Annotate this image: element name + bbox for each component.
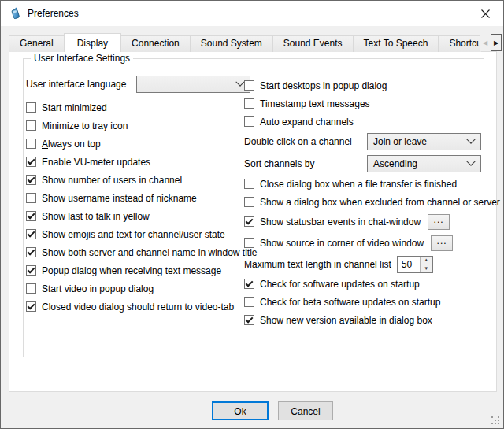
chevron-down-icon — [466, 157, 475, 166]
unchecked-checkbox[interactable] — [244, 80, 254, 91]
max-text-length-value: 50 — [398, 257, 420, 272]
checkbox-label: Enable VU-meter updates — [42, 157, 150, 168]
double-click-combobox[interactable]: Join or leave — [367, 133, 481, 150]
checkbox-row-auto-expand-channels: Auto expand channels — [244, 113, 491, 131]
checkbox-row-timestamp-text-messages: Timestamp text messages — [244, 94, 491, 113]
checked-checkbox[interactable] — [26, 229, 36, 239]
checked-checkbox[interactable] — [244, 216, 254, 227]
language-row: User interface language — [26, 75, 240, 98]
checkbox-label: Show emojis and text for channel/user st… — [42, 229, 225, 240]
checkbox-row-show-new-version-available-in-dialog-box: Show new version available in dialog box — [244, 311, 491, 329]
right-checkbox-list-top: Start desktops in popup dialogTimestamp … — [244, 76, 491, 131]
checkbox-row-show-both-server-and-channel-name-in-window-title: Show both server and channel name in win… — [26, 243, 240, 261]
unchecked-checkbox[interactable] — [26, 283, 36, 294]
checkbox-label: Start desktops in popup dialog — [260, 80, 387, 91]
sort-channels-label: Sort channels by — [244, 158, 367, 169]
checkbox-row-start-minimized: Start minimized — [26, 98, 240, 116]
tab-bar: GeneralDisplayConnectionSound SystemSoun… — [9, 33, 481, 52]
checked-checkbox[interactable] — [244, 315, 254, 325]
chevron-down-icon — [466, 135, 475, 144]
ok-button[interactable]: Ok — [212, 401, 269, 420]
right-checkbox-list-mid: Close dialog box when a file transfer is… — [244, 175, 491, 253]
checked-checkbox[interactable] — [26, 301, 36, 312]
right-column: Start desktops in popup dialogTimestamp … — [244, 76, 491, 329]
unchecked-checkbox[interactable] — [26, 120, 36, 131]
checkbox-label: Show both server and channel name in win… — [42, 247, 258, 258]
max-text-length-spinner[interactable]: 50 ▲ ▼ — [397, 256, 433, 273]
tab-connection[interactable]: Connection — [120, 35, 191, 52]
tab-display[interactable]: Display — [64, 33, 121, 52]
spinner-down-icon[interactable]: ▼ — [421, 264, 432, 272]
checkbox-label: Show source in corner of video window — [260, 238, 424, 249]
checkbox-row-show-emojis-and-text-for-channel-user-state: Show emojis and text for channel/user st… — [26, 225, 240, 243]
checkbox-row-check-for-beta-software-updates-on-startup: Check for beta software updates on start… — [244, 293, 491, 311]
checked-checkbox[interactable] — [26, 175, 36, 185]
checkbox-row-start-video-in-popup-dialog: Start video in popup dialog — [26, 279, 240, 298]
unchecked-checkbox[interactable] — [244, 297, 254, 307]
close-button[interactable] — [467, 2, 503, 26]
tab-sound-system[interactable]: Sound System — [190, 35, 273, 52]
checked-checkbox[interactable] — [26, 265, 36, 276]
checked-checkbox[interactable] — [26, 211, 36, 221]
spinner-up-icon[interactable]: ▲ — [421, 257, 432, 265]
double-click-combobox-value: Join or leave — [373, 136, 427, 147]
tab-general[interactable]: General — [9, 35, 65, 52]
left-column: User interface language Start minimizedM… — [26, 75, 240, 316]
checkbox-row-show-a-dialog-box-when-excluded-from-channel-or-server: Show a dialog box when excluded from cha… — [244, 193, 491, 211]
checkbox-label: Show statusbar events in chat-window — [260, 216, 421, 227]
checkbox-row-popup-dialog-when-receiving-text-message: Popup dialog when receiving text message — [26, 261, 240, 279]
more-options-button[interactable]: ... — [428, 214, 450, 230]
checked-checkbox[interactable] — [244, 279, 254, 289]
unchecked-checkbox[interactable] — [244, 98, 254, 109]
checkbox-label: Closed video dialog should return to vid… — [42, 301, 234, 313]
checkbox-label: Popup dialog when receiving text message — [42, 265, 221, 276]
checkbox-label: Start video in popup dialog — [42, 283, 154, 294]
unchecked-checkbox[interactable] — [26, 139, 36, 149]
sort-channels-row: Sort channels by Ascending — [244, 153, 491, 175]
checkbox-row-show-source-in-corner-of-video-window: Show source in corner of video window... — [244, 232, 491, 253]
close-icon — [481, 9, 490, 18]
app-icon — [9, 7, 21, 20]
checked-checkbox[interactable] — [26, 157, 36, 167]
cancel-button[interactable]: Cancel — [278, 401, 333, 420]
unchecked-checkbox[interactable] — [244, 197, 254, 207]
checkbox-row-close-dialog-box-when-a-file-transfer-is-finished: Close dialog box when a file transfer is… — [244, 175, 491, 193]
sort-channels-combobox-value: Ascending — [373, 158, 417, 169]
right-checkbox-list-bottom: Check for software updates on startupChe… — [244, 275, 491, 329]
tab-text-to-speech[interactable]: Text To Speech — [353, 35, 439, 52]
checkbox-label: Show new version available in dialog box — [260, 315, 432, 326]
unchecked-checkbox[interactable] — [244, 179, 254, 189]
checkbox-row-show-statusbar-events-in-chat-window: Show statusbar events in chat-window... — [244, 211, 491, 232]
checkbox-label: Show a dialog box when excluded from cha… — [260, 197, 500, 208]
checkbox-label: Auto expand channels — [260, 116, 354, 128]
checkbox-label: Check for beta software updates on start… — [260, 297, 440, 308]
display-tab-page: User Interface Settings User interface l… — [9, 51, 497, 392]
unchecked-checkbox[interactable] — [26, 102, 36, 113]
sort-channels-combobox[interactable]: Ascending — [367, 155, 481, 172]
checkbox-row-enable-vu-meter-updates: Enable VU-meter updates — [26, 153, 240, 171]
preferences-dialog: Preferences GeneralDisplayConnectionSoun… — [0, 0, 504, 429]
language-label: User interface language — [26, 79, 126, 90]
tab-scroll-right-icon[interactable]: ▶ — [491, 34, 502, 51]
tab-sound-events[interactable]: Sound Events — [272, 35, 354, 52]
checked-checkbox[interactable] — [26, 247, 36, 257]
checkbox-row-show-username-instead-of-nickname: Show username instead of nickname — [26, 189, 240, 207]
window-title: Preferences — [28, 8, 79, 19]
checkbox-label: Show last to talk in yellow — [42, 211, 150, 222]
checkbox-row-closed-video-dialog-should-return-to-video-tab: Closed video dialog should return to vid… — [26, 298, 240, 316]
tab-shortcuts[interactable]: Shortcuts — [438, 35, 481, 52]
title-bar: Preferences — [1, 1, 503, 26]
unchecked-checkbox[interactable] — [26, 193, 36, 203]
tab-scroll-left-icon[interactable]: ◀ — [480, 34, 491, 51]
unchecked-checkbox[interactable] — [244, 116, 254, 127]
group-title: User Interface Settings — [31, 53, 133, 64]
checkbox-label: Show username instead of nickname — [42, 193, 197, 204]
more-options-button[interactable]: ... — [431, 235, 453, 251]
left-checkbox-list: Start minimizedMinimize to tray iconAlwa… — [26, 98, 240, 316]
resize-grip-icon[interactable] — [491, 416, 500, 425]
unchecked-checkbox[interactable] — [244, 238, 254, 248]
language-combobox[interactable] — [136, 76, 250, 93]
double-click-label: Double click on a channel — [244, 136, 367, 147]
checkbox-row-check-for-software-updates-on-startup: Check for software updates on startup — [244, 275, 491, 293]
checkbox-row-show-number-of-users-in-channel: Show number of users in channel — [26, 171, 240, 189]
